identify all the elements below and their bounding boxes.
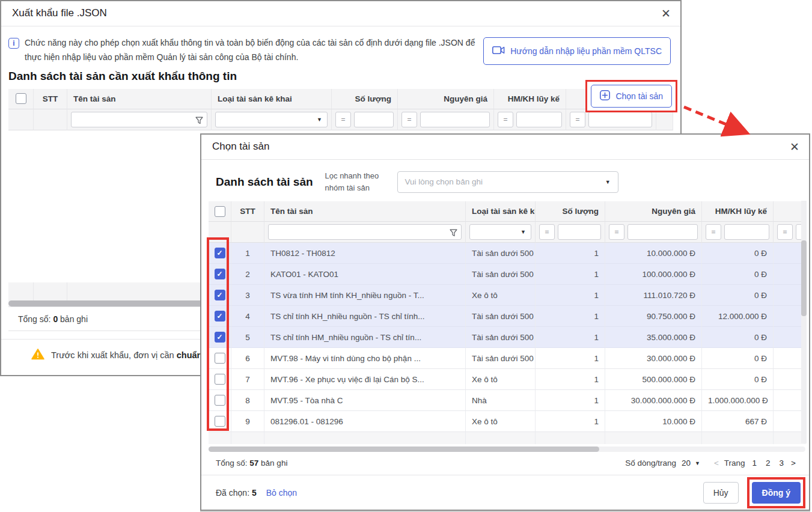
select-all-checkbox[interactable]	[215, 206, 225, 217]
row-checkbox[interactable]	[215, 248, 225, 258]
row-original-cost: 30.000.000 Đ	[605, 348, 702, 369]
row-checkbox-cell[interactable]	[209, 369, 231, 390]
vertical-scrollbar[interactable]	[801, 201, 807, 443]
export-table-filter-row: ▼ = = = =	[8, 109, 673, 130]
name-filter-input[interactable]	[71, 112, 207, 127]
plus-icon	[600, 90, 610, 102]
row-original-cost: 10.000.000 Đ	[605, 243, 702, 264]
export-table-header-row: STT Tên tài sản Loại tài sản kê khai Số …	[8, 89, 673, 109]
equals-operator[interactable]: =	[609, 224, 624, 240]
qty-filter-input[interactable]	[558, 224, 601, 240]
row-checkbox[interactable]	[215, 311, 225, 322]
row-accumulated-dep: 0 Đ	[702, 264, 774, 285]
prev-page-icon[interactable]: <	[714, 459, 719, 468]
total-label: Tổng số:	[18, 314, 50, 324]
deselect-link[interactable]: Bỏ chọn	[266, 488, 297, 498]
row-quantity: 1	[536, 348, 605, 369]
row-quantity: 1	[536, 243, 605, 264]
filter-funnel-icon[interactable]	[195, 116, 203, 127]
row-checkbox[interactable]	[215, 416, 225, 427]
asset-table-header-row: STT Tên tài sản Loại tài sản kê khai Số …	[209, 201, 805, 222]
close-icon[interactable]: ✕	[661, 7, 671, 21]
filter-funnel-icon[interactable]	[450, 228, 457, 239]
row-checkbox[interactable]	[215, 374, 225, 385]
row-quantity: 1	[536, 327, 605, 348]
export-dialog-header: Xuất khẩu file .JSON ✕	[1, 1, 680, 26]
scrollbar-thumb[interactable]	[801, 240, 807, 316]
dep-filter-input[interactable]	[724, 224, 769, 240]
cancel-button[interactable]: Hủy	[703, 482, 739, 504]
rows-per-page-select[interactable]: 20 ▼	[682, 459, 700, 468]
row-original-cost: 35.000.000 Đ	[605, 327, 702, 348]
header-checkbox-cell[interactable]	[8, 89, 34, 109]
name-filter-input[interactable]	[268, 224, 462, 240]
row-asset-name: KATO01 - KATO01	[264, 264, 466, 285]
section-title: Danh sách tài sản cần xuất khẩu thông ti…	[8, 70, 237, 83]
page-2[interactable]: 2	[764, 459, 772, 468]
total-suffix: bản ghi	[60, 314, 88, 324]
row-checkbox[interactable]	[215, 269, 225, 279]
filter-stt-cell	[231, 222, 264, 243]
close-icon[interactable]: ✕	[790, 140, 799, 154]
header-checkbox-cell[interactable]	[209, 201, 231, 222]
row-asset-type: Tài sản dưới 500 triệu	[466, 348, 536, 369]
row-checkbox-cell[interactable]	[209, 264, 231, 285]
table-row: 4 TS chỉ tính KH_nhiều nguồn - TS chỉ tí…	[209, 306, 805, 327]
row-checkbox-cell[interactable]	[209, 411, 231, 432]
horizontal-scrollbar[interactable]	[209, 446, 805, 452]
ok-button[interactable]: Đồng ý	[752, 482, 801, 504]
row-stt: 2	[231, 264, 264, 285]
equals-operator[interactable]: =	[570, 112, 585, 127]
asset-table: STT Tên tài sản Loại tài sản kê khai Số …	[209, 201, 805, 444]
row-checkbox-cell[interactable]	[209, 243, 231, 264]
equals-operator[interactable]: =	[498, 112, 513, 127]
row-asset-name: TS chỉ tính HM_nhiều nguồn - TS chỉ tín.…	[264, 327, 466, 348]
row-asset-type: Xe ô tô	[466, 369, 536, 390]
row-checkbox[interactable]	[215, 332, 225, 343]
row-checkbox-cell[interactable]	[209, 285, 231, 306]
select-asset-button[interactable]: Chọn tài sản	[591, 85, 672, 108]
filter-name-cell	[264, 222, 466, 243]
row-checkbox[interactable]	[215, 353, 225, 364]
group-filter-select[interactable]: Vui lòng chọn bản ghi ▼	[397, 171, 618, 193]
type-filter-select[interactable]: ▼	[215, 112, 328, 127]
equals-operator[interactable]: =	[401, 112, 417, 127]
row-checkbox-cell[interactable]	[209, 306, 231, 327]
row-checkbox-cell[interactable]	[209, 348, 231, 369]
row-asset-name: MVT.98 - Máy vi tính dùng cho bộ phận ..…	[264, 348, 466, 369]
chevron-down-icon: ▼	[317, 117, 322, 123]
type-filter-select[interactable]: ▼	[469, 224, 531, 240]
equals-operator[interactable]: =	[539, 224, 555, 240]
equals-operator[interactable]: =	[335, 112, 351, 127]
row-asset-type: Tài sản dưới 500 triệu	[466, 243, 536, 264]
row-asset-name: TH0812 - TH0812	[264, 243, 466, 264]
guide-button[interactable]: Hướng dẫn nhập liệu phần mềm QLTSC	[483, 37, 671, 65]
cost-filter-input[interactable]	[627, 224, 698, 240]
table-row: 3 TS vừa tính HM tính KH_nhiều nguồn - T…	[209, 285, 805, 306]
filter-checkbox-cell	[8, 109, 34, 130]
remain-filter-input[interactable]	[588, 112, 652, 127]
row-stt: 3	[231, 285, 264, 306]
filter-checkbox-cell	[209, 222, 231, 243]
page-1[interactable]: 1	[751, 459, 759, 468]
select-all-checkbox[interactable]	[16, 93, 26, 104]
qty-filter-input[interactable]	[354, 112, 394, 127]
list-title: Danh sách tài sản	[216, 175, 313, 189]
row-accumulated-dep: 0 Đ	[702, 285, 774, 306]
equals-operator[interactable]: =	[777, 224, 793, 240]
dep-filter-input[interactable]	[516, 112, 562, 127]
row-checkbox[interactable]	[215, 290, 225, 300]
next-page-icon[interactable]: >	[791, 459, 796, 468]
select-dialog-title: Chọn tài sản	[212, 141, 269, 153]
section-row: Danh sách tài sản cần xuất khẩu thông ti…	[1, 67, 680, 83]
scrollbar-thumb[interactable]	[209, 446, 599, 452]
annotation-box-select-asset: Chọn tài sản	[585, 80, 677, 112]
equals-operator[interactable]: =	[706, 224, 721, 240]
header-hm-kh: HM/KH lũy kế	[494, 89, 566, 109]
table-row: 9 081296.01 - 081296 Xe ô tô 1 10.000 Đ …	[209, 411, 805, 432]
row-checkbox[interactable]	[215, 395, 225, 406]
row-checkbox-cell[interactable]	[209, 390, 231, 411]
page-3[interactable]: 3	[778, 459, 786, 468]
row-checkbox-cell[interactable]	[209, 327, 231, 348]
cost-filter-input[interactable]	[420, 112, 490, 127]
